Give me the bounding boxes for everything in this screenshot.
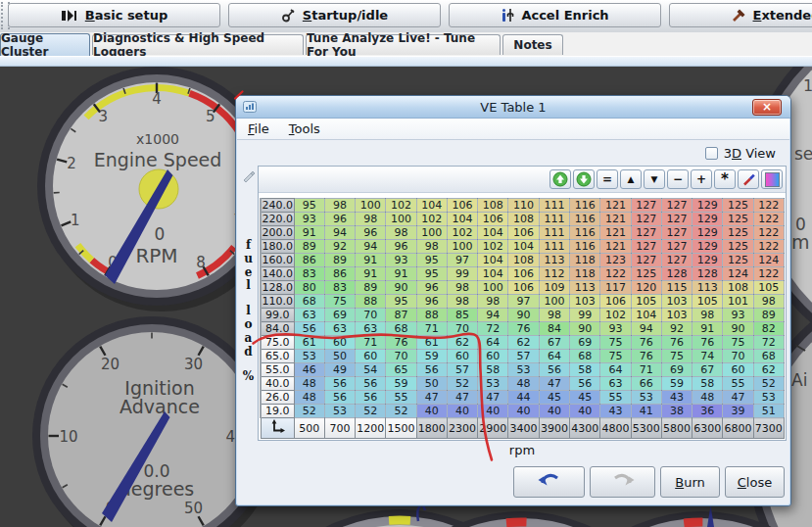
rpm-col-header[interactable]: 1800 bbox=[416, 418, 447, 439]
undo-button[interactable] bbox=[513, 466, 585, 498]
ve-cell[interactable]: 96 bbox=[416, 295, 447, 309]
ve-cell[interactable]: 111 bbox=[539, 199, 569, 213]
ve-cell[interactable]: 96 bbox=[416, 281, 447, 295]
ve-cell[interactable]: 95 bbox=[416, 267, 447, 281]
increase-coarse-button[interactable]: ▲ bbox=[620, 169, 642, 189]
ve-cell[interactable]: 92 bbox=[324, 240, 355, 254]
ve-cell[interactable]: 70 bbox=[356, 309, 386, 322]
ve-cell[interactable]: 120 bbox=[631, 281, 661, 295]
ve-cell[interactable]: 110 bbox=[508, 199, 539, 213]
ve-cell[interactable]: 89 bbox=[294, 240, 324, 254]
ve-cell[interactable]: 55 bbox=[723, 377, 753, 391]
ve-cell[interactable]: 113 bbox=[539, 254, 569, 267]
burn-button[interactable]: Burn bbox=[660, 466, 720, 498]
ve-cell[interactable]: 58 bbox=[478, 363, 508, 377]
table-edit-pencil-icon[interactable] bbox=[241, 168, 256, 187]
ve-cell[interactable]: 54 bbox=[356, 363, 386, 377]
ve-cell[interactable]: 83 bbox=[294, 267, 324, 281]
ve-cell[interactable]: 116 bbox=[570, 226, 600, 240]
ve-cell[interactable]: 92 bbox=[661, 322, 692, 336]
ve-cell[interactable]: 60 bbox=[478, 350, 508, 363]
ve-cell[interactable]: 63 bbox=[356, 322, 386, 336]
ve-cell[interactable]: 99 bbox=[447, 267, 477, 281]
ve-cell[interactable]: 105 bbox=[631, 295, 661, 309]
ve-cell[interactable]: 53 bbox=[631, 391, 661, 405]
ve-cell[interactable]: 113 bbox=[693, 281, 723, 295]
ve-cell[interactable]: 75 bbox=[324, 295, 355, 309]
load-row-header[interactable]: 40.0 bbox=[261, 377, 294, 391]
ve-cell[interactable]: 71 bbox=[631, 363, 661, 377]
ve-cell[interactable]: 76 bbox=[508, 322, 539, 336]
ve-cell[interactable]: 76 bbox=[631, 336, 661, 350]
ve-cell[interactable]: 55 bbox=[600, 391, 631, 405]
ve-cell[interactable]: 48 bbox=[693, 391, 723, 405]
ve-cell[interactable]: 76 bbox=[693, 336, 723, 350]
ve-cell[interactable]: 56 bbox=[356, 377, 386, 391]
ve-cell[interactable]: 109 bbox=[539, 281, 569, 295]
ve-cell[interactable]: 108 bbox=[508, 213, 539, 226]
rpm-col-header[interactable]: 5300 bbox=[631, 418, 661, 439]
set-equal-button[interactable]: = bbox=[597, 169, 618, 189]
ve-cell[interactable]: 41 bbox=[631, 405, 661, 418]
ve-cell[interactable]: 75 bbox=[600, 336, 631, 350]
rpm-col-header[interactable]: 7300 bbox=[753, 418, 784, 439]
ve-cell[interactable]: 102 bbox=[478, 240, 508, 254]
ve-cell[interactable]: 76 bbox=[631, 350, 661, 363]
redo-button[interactable] bbox=[590, 466, 655, 498]
ve-cell[interactable]: 116 bbox=[570, 199, 600, 213]
menu-file[interactable]: File bbox=[248, 121, 269, 136]
ve-cell[interactable]: 52 bbox=[356, 405, 386, 418]
ve-cell[interactable]: 97 bbox=[508, 295, 539, 309]
ve-cell[interactable]: 129 bbox=[693, 254, 723, 267]
rpm-col-header[interactable]: 2300 bbox=[447, 418, 477, 439]
load-row-header[interactable]: 19.0 bbox=[261, 405, 294, 418]
ve-cell[interactable]: 59 bbox=[661, 377, 692, 391]
decrease-coarse-button[interactable]: ▼ bbox=[644, 169, 665, 189]
ve-cell[interactable]: 98 bbox=[386, 226, 416, 240]
ve-cell[interactable]: 72 bbox=[478, 322, 508, 336]
ve-cell[interactable]: 97 bbox=[447, 254, 477, 267]
ve-cell[interactable]: 86 bbox=[294, 254, 324, 267]
load-row-header[interactable]: 84.0 bbox=[261, 322, 294, 336]
ve-cell[interactable]: 104 bbox=[478, 226, 508, 240]
ve-cell[interactable]: 118 bbox=[570, 254, 600, 267]
ve-cell[interactable]: 85 bbox=[447, 309, 477, 322]
ve-cell[interactable]: 112 bbox=[539, 267, 569, 281]
ve-cell[interactable]: 108 bbox=[723, 281, 753, 295]
ve-cell[interactable]: 40 bbox=[416, 405, 447, 418]
load-row-header[interactable]: 26.0 bbox=[261, 391, 294, 405]
ve-cell[interactable]: 127 bbox=[631, 213, 661, 226]
ve-cell[interactable]: 98 bbox=[356, 213, 386, 226]
ve-cell[interactable]: 53 bbox=[294, 350, 324, 363]
ve-cell[interactable]: 127 bbox=[631, 254, 661, 267]
rpm-col-header[interactable]: 3400 bbox=[508, 418, 539, 439]
ve-cell[interactable]: 129 bbox=[693, 240, 723, 254]
ve-cell[interactable]: 62 bbox=[508, 336, 539, 350]
ve-cell[interactable]: 44 bbox=[508, 391, 539, 405]
ve-cell[interactable]: 91 bbox=[356, 254, 386, 267]
ve-cell[interactable]: 70 bbox=[386, 350, 416, 363]
accel-enrich-button[interactable]: Accel Enrich bbox=[449, 3, 661, 27]
ve-cell[interactable]: 104 bbox=[416, 199, 447, 213]
ve-cell[interactable]: 113 bbox=[570, 281, 600, 295]
ve-cell[interactable]: 68 bbox=[753, 350, 784, 363]
ve-cell[interactable]: 64 bbox=[478, 336, 508, 350]
ve-cell[interactable]: 52 bbox=[753, 377, 784, 391]
ve-cell[interactable]: 69 bbox=[324, 309, 355, 322]
ve-cell[interactable]: 67 bbox=[693, 363, 723, 377]
ve-cell[interactable]: 56 bbox=[294, 322, 324, 336]
tab-diagnostics[interactable]: Diagnostics & High Speed Loggers bbox=[92, 34, 304, 55]
ve-cell[interactable]: 53 bbox=[478, 377, 508, 391]
ve-cell[interactable]: 71 bbox=[416, 322, 447, 336]
ve-cell[interactable]: 75 bbox=[661, 350, 692, 363]
ve-cell[interactable]: 67 bbox=[539, 336, 569, 350]
startup-idle-button[interactable]: Startup/idle bbox=[228, 3, 441, 27]
ve-cell[interactable]: 122 bbox=[753, 199, 784, 213]
ve-cell[interactable]: 74 bbox=[693, 350, 723, 363]
ve-cell[interactable]: 122 bbox=[600, 267, 631, 281]
ve-cell[interactable]: 71 bbox=[356, 336, 386, 350]
ve-cell[interactable]: 91 bbox=[356, 267, 386, 281]
ve-cell[interactable]: 127 bbox=[661, 199, 692, 213]
ve-cell[interactable]: 93 bbox=[600, 322, 631, 336]
rpm-col-header[interactable]: 5800 bbox=[661, 418, 692, 439]
